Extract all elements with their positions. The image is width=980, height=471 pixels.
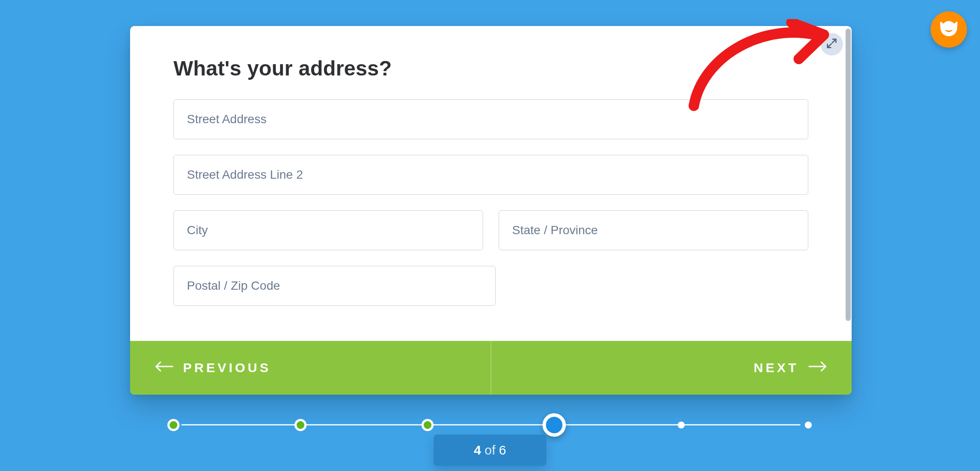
step-current: 4 <box>474 443 481 458</box>
postal-field[interactable] <box>173 266 496 306</box>
progress-dot-2[interactable] <box>294 419 307 431</box>
page-title: What's your address? <box>173 56 808 80</box>
progress-dot-6[interactable] <box>805 422 812 428</box>
progress-dot-indicator <box>167 419 180 431</box>
arrow-left-icon <box>154 360 173 375</box>
city-input[interactable] <box>186 223 470 238</box>
progress-dot-3[interactable] <box>421 419 434 431</box>
city-field[interactable] <box>173 210 483 250</box>
expand-icon <box>826 38 837 51</box>
form-card: What's your address? <box>130 26 852 395</box>
cat-icon <box>937 16 961 43</box>
step-total: 6 <box>499 443 506 458</box>
arrow-right-icon <box>808 360 827 375</box>
progress-dot-indicator <box>421 419 434 431</box>
progress-dot-indicator <box>678 422 685 428</box>
scrollbar-thumb[interactable] <box>846 29 851 321</box>
street-field[interactable] <box>173 99 808 139</box>
postal-input[interactable] <box>186 278 483 293</box>
progress-dot-5[interactable] <box>678 422 685 428</box>
progress-dot-indicator <box>294 419 307 431</box>
previous-button[interactable]: PREVIOUS <box>130 341 490 395</box>
street2-field[interactable] <box>173 155 808 195</box>
previous-label: PREVIOUS <box>183 360 271 375</box>
brand-badge[interactable] <box>931 11 967 48</box>
postal-spacer <box>511 266 808 306</box>
progress-dot-4[interactable] <box>542 413 566 437</box>
progress-dot-indicator <box>805 422 812 428</box>
next-button[interactable]: NEXT <box>491 341 852 395</box>
expand-button[interactable] <box>820 33 843 56</box>
card-scrollbar[interactable] <box>845 26 852 337</box>
state-field[interactable] <box>499 210 808 250</box>
street-input[interactable] <box>186 112 796 127</box>
step-indicator: 4 of 6 <box>434 435 546 466</box>
card-body: What's your address? <box>173 56 808 328</box>
progress-dot-indicator <box>542 413 566 437</box>
street2-input[interactable] <box>186 167 796 182</box>
state-input[interactable] <box>511 223 796 238</box>
next-label: NEXT <box>754 360 799 375</box>
step-of-label: of <box>484 443 495 458</box>
nav-bar: PREVIOUS NEXT <box>130 341 852 395</box>
progress-dot-1[interactable] <box>167 419 180 431</box>
